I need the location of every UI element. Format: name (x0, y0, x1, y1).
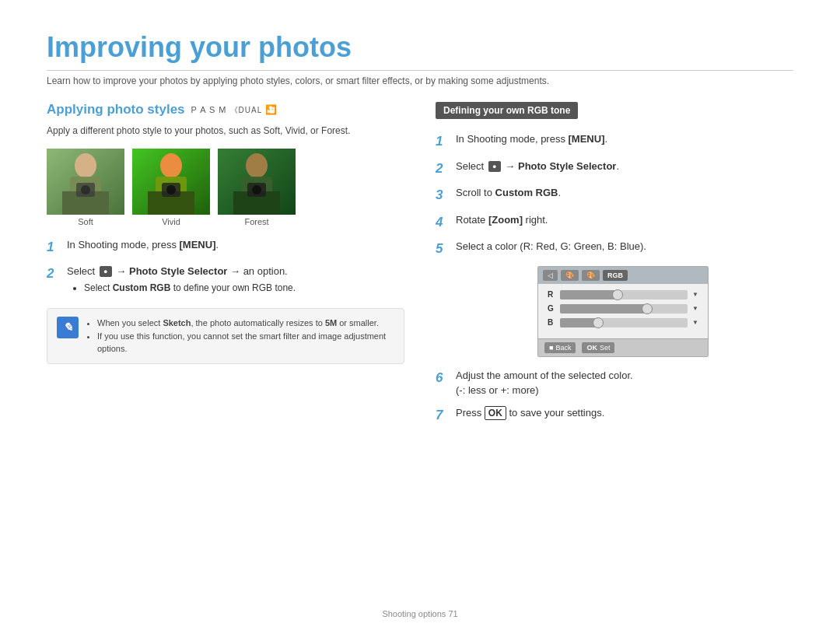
rgb-tab-icon1: 🎨 (561, 270, 579, 281)
note-bullet-1: When you select Sketch, the photo automa… (97, 317, 394, 330)
rgb-bar-r (560, 290, 688, 299)
rgb-knob-b (593, 317, 604, 328)
right-step-5: 5 Select a color (R: Red, G: Green, B: B… (436, 239, 793, 259)
right-step-6: 6 Adjust the amount of the selected colo… (436, 368, 793, 398)
photo-svg-forest (218, 149, 296, 215)
rgb-label-b: B (548, 318, 555, 327)
right-step-num-3: 3 (436, 185, 453, 205)
note-text: When you select Sketch, the photo automa… (86, 317, 394, 356)
photo-sample-vivid: Vivid (132, 149, 210, 226)
photo-box-soft (47, 149, 124, 215)
photo-box-vivid (132, 149, 210, 215)
svg-point-5 (81, 185, 90, 194)
set-label: Set (600, 344, 611, 352)
page: Improving your photos Learn how to impro… (0, 0, 840, 634)
left-step-2: 2 Select ● → Photo Style Selector → an o… (47, 264, 404, 298)
left-steps: 1 In Shooting mode, press [MENU]. 2 Sele… (47, 237, 404, 297)
step-num-1: 1 (47, 237, 64, 257)
rgb-screen-wrapper: ◁ 🎨 🎨 RGB R (453, 266, 793, 357)
page-subtitle: Learn how to improve your photos by appl… (47, 75, 793, 86)
photo-sample-soft: Soft (47, 149, 124, 226)
ok-label: OK (586, 344, 597, 352)
right-step-7: 7 Press OK to save your settings. (436, 405, 793, 426)
rgb-row-r: R ▼ (548, 290, 698, 299)
step-text-1: In Shooting mode, press [MENU]. (67, 237, 404, 253)
svg-point-1 (75, 153, 96, 178)
photo-samples: Soft (47, 149, 404, 226)
rgb-tab-rgb: RGB (603, 270, 628, 281)
footer-text: Shooting options 71 (382, 609, 457, 618)
rgb-tab-icon2: 🎨 (582, 270, 600, 281)
right-step-1: 1 In Shooting mode, press [MENU]. (436, 131, 793, 152)
photo-label-forest: Forest (218, 217, 296, 226)
svg-point-17 (252, 185, 261, 194)
rgb-label-r: R (548, 290, 555, 299)
right-step-num-2: 2 (436, 159, 453, 179)
right-step-3: 3 Scroll to Custom RGB. (436, 185, 793, 205)
svg-point-13 (246, 153, 268, 178)
right-step-text-7: Press OK to save your settings. (456, 405, 793, 421)
right-step-text-5: Select a color (R: Red, G: Green, B: Blu… (456, 239, 793, 254)
rgb-arrow-g: ▼ (692, 305, 698, 312)
right-step-2: 2 Select ● → Photo Style Selector. (436, 159, 793, 179)
rgb-bar-b (560, 318, 688, 328)
photo-label-soft: Soft (47, 217, 124, 226)
page-title: Improving your photos (47, 31, 793, 71)
rgb-badge: Defining your own RGB tone (436, 102, 578, 119)
rgb-body: R ▼ G (538, 284, 708, 338)
rgb-fill-g (560, 304, 647, 313)
mode-icons: P A S M 《DUAL 🎦 (191, 104, 278, 116)
right-step-num-6: 6 (436, 368, 453, 388)
right-step-text-3: Scroll to Custom RGB. (456, 185, 793, 201)
rgb-row-b: B ▼ (548, 318, 698, 328)
left-step-1: 1 In Shooting mode, press [MENU]. (47, 237, 404, 257)
two-column-layout: Applying photo styles P A S M 《DUAL 🎦 Ap… (47, 102, 793, 436)
rgb-bar-g (560, 304, 688, 313)
sub-bullet-rgb: Select Custom RGB to define your own RGB… (84, 281, 404, 295)
rgb-knob-g (642, 303, 653, 314)
right-steps: 1 In Shooting mode, press [MENU]. 2 Sele… (436, 131, 793, 425)
right-step-num-4: 4 (436, 212, 453, 233)
section-title-applying: Applying photo styles P A S M 《DUAL 🎦 (47, 102, 404, 117)
rgb-label-g: G (548, 304, 555, 313)
rgb-screen-header: ◁ 🎨 🎨 RGB (538, 267, 708, 284)
right-column: Defining your own RGB tone 1 In Shooting… (436, 102, 793, 436)
right-step-num-1: 1 (436, 131, 453, 152)
svg-point-11 (166, 185, 176, 194)
rgb-screen: ◁ 🎨 🎨 RGB R (537, 266, 709, 357)
rgb-fill-r (560, 290, 618, 299)
back-icon: ■ (549, 344, 553, 352)
photo-svg-vivid (132, 149, 210, 215)
section-description: Apply a different photo style to your ph… (47, 124, 404, 138)
right-step-text-6: Adjust the amount of the selected color.… (456, 368, 793, 398)
step-num-2: 2 (47, 264, 64, 284)
photo-svg-soft (47, 149, 124, 215)
left-column: Applying photo styles P A S M 《DUAL 🎦 Ap… (47, 102, 404, 436)
page-footer: Shooting options 71 (0, 609, 840, 618)
menu-label: [MENU] (180, 239, 216, 250)
rgb-screen-footer: ■ Back OK Set (538, 338, 708, 356)
ok-key: OK (485, 406, 506, 420)
sub-bullet-list: Select Custom RGB to define your own RGB… (84, 281, 404, 295)
note-icon: ✎ (57, 317, 79, 338)
rgb-set-button[interactable]: OK Set (582, 342, 614, 353)
section-title-text: Applying photo styles (47, 102, 185, 117)
right-step-text-2: Select ● → Photo Style Selector. (456, 159, 793, 174)
note-box: ✎ When you select Sketch, the photo auto… (47, 308, 404, 364)
rgb-arrow-b: ▼ (692, 319, 698, 326)
photo-label-vivid: Vivid (132, 217, 210, 226)
right-step-num-7: 7 (436, 405, 453, 426)
back-label: Back (555, 344, 571, 352)
right-step-text-1: In Shooting mode, press [MENU]. (456, 131, 793, 147)
right-step-text-4: Rotate [Zoom] right. (456, 212, 793, 228)
step-text-2: Select ● → Photo Style Selector → an opt… (67, 264, 404, 298)
rgb-knob-r (612, 289, 623, 300)
photo-box-forest (218, 149, 296, 215)
photo-sample-forest: Forest (218, 149, 296, 226)
rgb-back-button[interactable]: ■ Back (544, 342, 576, 353)
rgb-row-g: G ▼ (548, 304, 698, 313)
svg-point-7 (160, 153, 182, 178)
rgb-tab-back: ◁ (543, 270, 558, 281)
right-step-4: 4 Rotate [Zoom] right. (436, 212, 793, 233)
rgb-arrow-r: ▼ (692, 291, 698, 298)
